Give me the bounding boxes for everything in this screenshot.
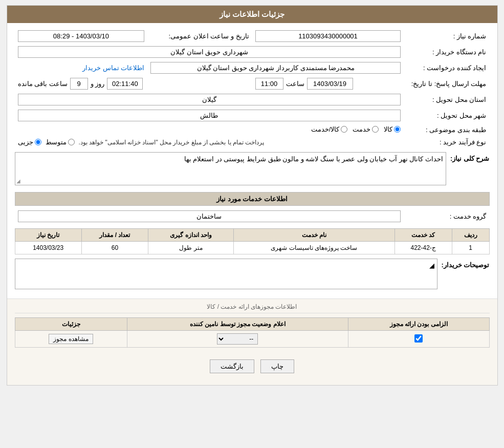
label-purchase-type: نوع فرآیند خرید :: [440, 138, 486, 146]
col-service-name: نام خدمت: [233, 229, 395, 242]
buyer-notes-resize-icon: ◢: [429, 262, 434, 269]
license-row: -- مشاهده مجوز: [15, 331, 489, 348]
radio-kala[interactable]: [394, 126, 401, 133]
resize-icon: ◢: [16, 178, 20, 184]
category-option-kala-khedmat: کالا/خدمت: [311, 125, 348, 133]
category-option-khedmat: خدمت: [353, 125, 379, 133]
field-need-number: 1103093430000001: [255, 30, 401, 42]
need-description-text: احداث کانال نهر آب خیابان ولی عصر با سنگ…: [184, 155, 443, 163]
back-button[interactable]: بازگشت: [210, 359, 254, 373]
licenses-header-row: الزامی بودن ارائه مجوز اعلام وضعیت مجوز …: [15, 318, 489, 331]
cell-unit: متر طول: [148, 242, 234, 254]
label-category: طبقه بندی موضوعی :: [426, 126, 486, 134]
cell-license-required: [348, 331, 489, 348]
label-day: روز و: [91, 80, 105, 88]
field-deadline-days: 9: [70, 78, 88, 90]
col-license-status: اعلام وضعیت مجوز توسط نامین کننده: [127, 318, 348, 331]
radio-medium[interactable]: [68, 139, 75, 145]
col-license-details: جزئیات: [15, 318, 127, 331]
buyer-notes-row: توصیحات خریدار: ◢: [15, 259, 490, 289]
page-title: جزئیات اطلاعات نیاز: [220, 10, 284, 18]
page-header: جزئیات اطلاعات نیاز: [7, 6, 497, 23]
col-unit: واحد اندازه گیری: [148, 229, 234, 242]
license-status-select[interactable]: --: [217, 333, 258, 345]
row-service-group: گروه خدمت : ساختمان: [15, 208, 490, 224]
label-service-group: گروه خدمت :: [450, 212, 487, 220]
row-need-number: شماره نیاز : 1103093430000001 تاریخ و سا…: [15, 28, 490, 44]
table-row: 1 ج-42-422 ساخت پروژه‌های تاسیسات شهری م…: [15, 242, 489, 254]
label-remaining: ساعت باقی مانده: [18, 80, 68, 88]
licenses-table: الزامی بودن ارائه مجوز اعلام وضعیت مجوز …: [15, 317, 490, 348]
buyer-notes-box: ◢: [15, 259, 437, 289]
field-service-group: ساختمان: [18, 210, 401, 222]
info-table: شماره نیاز : 1103093430000001 تاریخ و سا…: [15, 28, 490, 148]
label-city: شهر محل تحویل :: [437, 112, 486, 119]
label-need-number: شماره نیاز :: [453, 32, 487, 40]
print-button[interactable]: چاپ: [260, 359, 294, 373]
row-purchase-type: نوع فرآیند خرید : پرداخت تمام یا بخشی از…: [15, 136, 490, 148]
cell-quantity: 60: [81, 242, 148, 254]
row-buyer-org: نام دستگاه خریدار : شهرداری حویق استان گ…: [15, 44, 490, 60]
label-deadline: مهلت ارسال پاسخ: تا تاریخ:: [411, 80, 487, 88]
licenses-table-head: الزامی بودن ارائه مجوز اعلام وضعیت مجوز …: [15, 318, 489, 331]
cell-row-num: 1: [452, 242, 489, 254]
category-option-kala: کالا: [384, 125, 401, 133]
field-announce-datetime: 1403/03/10 - 08:29: [18, 30, 145, 42]
cell-service-name: ساخت پروژه‌های تاسیسات شهری: [233, 242, 395, 254]
main-content: شماره نیاز : 1103093430000001 تاریخ و سا…: [7, 23, 497, 298]
purchase-type-note: پرداخت تمام یا بخشی از مبلغ خریدار محل "…: [79, 139, 265, 146]
col-row-num: ردیف: [452, 229, 489, 242]
label-province: استان محل تحویل :: [432, 96, 486, 103]
label-buyer-org: نام دستگاه خریدار :: [432, 48, 486, 56]
licenses-title: اطلاعات مجوزهای ارائه خدمت / کالا: [15, 303, 490, 313]
services-table-head: ردیف کد خدمت نام خدمت واحد اندازه گیری ت…: [15, 229, 489, 242]
cell-license-details: مشاهده مجوز: [15, 331, 127, 348]
radio-kala-khedmat[interactable]: [341, 126, 347, 133]
purchase-type-partial: جزیی: [18, 138, 41, 146]
field-remaining-time: 02:11:40: [107, 78, 143, 90]
row-category: طبقه بندی موضوعی : کالا/خدمت خدمت: [15, 123, 490, 136]
cell-date: 1403/03/23: [15, 242, 81, 254]
services-table-body: 1 ج-42-422 ساخت پروژه‌های تاسیسات شهری م…: [15, 242, 489, 254]
category-radio-group: کالا/خدمت خدمت کالا: [311, 125, 401, 133]
purchase-type-medium: متوسط: [46, 138, 75, 146]
col-quantity: تعداد / مقدار: [81, 229, 148, 242]
field-city: طالش: [18, 110, 401, 121]
row-requester: ایجاد کننده درخواست : محمدرضا مستمندی کا…: [15, 60, 490, 76]
radio-partial[interactable]: [35, 139, 41, 145]
license-required-checkbox[interactable]: [414, 334, 423, 343]
label-hour: ساعت: [286, 80, 304, 88]
radio-khedmat[interactable]: [372, 126, 379, 133]
row-province: استان محل تحویل : گیلان: [15, 92, 490, 108]
need-description-row: شرح کلی نیاز: احداث کانال نهر آب خیابان …: [15, 152, 490, 188]
view-license-button[interactable]: مشاهده مجوز: [49, 334, 93, 344]
col-date: تاریخ نیاز: [15, 229, 81, 242]
row-city: شهر محل تحویل : طالش: [15, 108, 490, 123]
cell-service-code: ج-42-422: [395, 242, 452, 254]
col-service-code: کد خدمت: [395, 229, 452, 242]
services-table: ردیف کد خدمت نام خدمت واحد اندازه گیری ت…: [15, 228, 490, 254]
label-need-description: شرح کلی نیاز:: [450, 152, 490, 162]
label-announce-datetime: تاریخ و ساعت اعلان عمومی:: [168, 32, 249, 40]
contact-link[interactable]: اطلاعات تماس خریدار: [82, 64, 144, 72]
services-section-header: اطلاعات خدمات مورد نیاز: [15, 192, 490, 206]
licenses-section: اطلاعات مجوزهای ارائه خدمت / کالا الزامی…: [7, 298, 497, 385]
action-buttons: چاپ بازگشت: [15, 352, 490, 381]
services-table-header-row: ردیف کد خدمت نام خدمت واحد اندازه گیری ت…: [15, 229, 489, 242]
field-province: گیلان: [18, 94, 401, 105]
label-requester: ایجاد کننده درخواست :: [423, 64, 486, 72]
field-buyer-org: شهرداری حویق استان گیلان: [18, 46, 401, 58]
cell-license-status: --: [127, 331, 348, 348]
page-wrapper: جزئیات اطلاعات نیاز شماره نیاز : 1103093…: [7, 5, 498, 386]
col-license-required: الزامی بودن ارائه مجوز: [348, 318, 489, 331]
field-deadline-time: 11:00: [255, 78, 283, 90]
row-deadline: مهلت ارسال پاسخ: تا تاریخ: 1403/03/19 سا…: [15, 76, 490, 92]
need-description-box: احداث کانال نهر آب خیابان ولی عصر با سنگ…: [15, 152, 446, 185]
licenses-table-body: -- مشاهده مجوز: [15, 331, 489, 348]
field-deadline-date: 1403/03/19: [307, 78, 353, 90]
service-group-table: گروه خدمت : ساختمان: [15, 208, 490, 224]
field-requester: محمدرضا مستمندی کاربرداز شهرداری حویق اس…: [150, 62, 401, 74]
label-buyer-notes: توصیحات خریدار:: [442, 259, 490, 269]
